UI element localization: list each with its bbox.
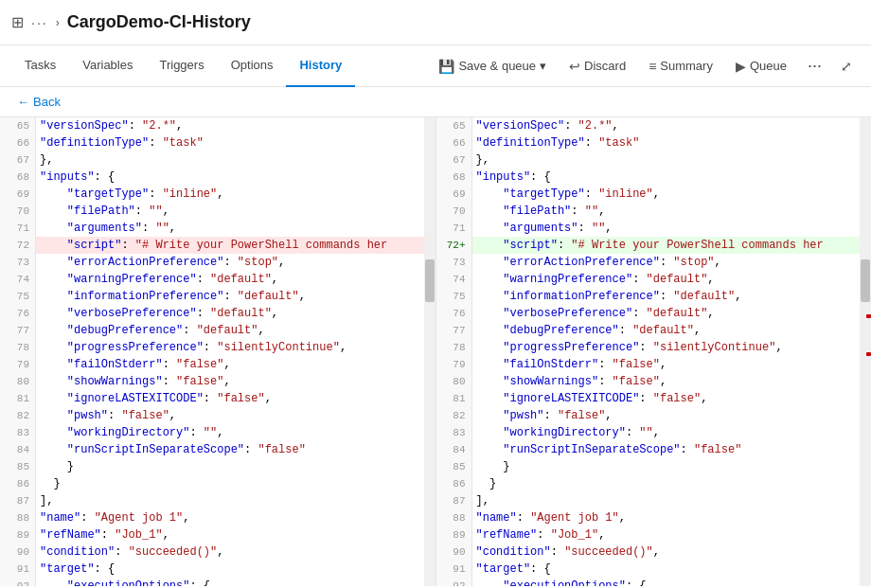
code-line: "failOnStderr": "false", — [36, 356, 424, 373]
code-line: } — [472, 458, 861, 475]
code-line: "verbosePreference": "default", — [472, 305, 861, 322]
code-line: "errorActionPreference": "stop", — [472, 254, 861, 271]
code-line: "refName": "Job_1", — [36, 526, 424, 543]
code-line: "failOnStderr": "false", — [472, 356, 861, 373]
code-line: "informationPreference": "default", — [36, 288, 424, 305]
page-title: CargoDemo-CI-History — [67, 12, 251, 32]
toolbar-actions: 💾 Save & queue ▾ ↩ Discard ≡ Summary ▶ Q… — [429, 52, 860, 80]
code-line: "warningPreference": "default", — [36, 271, 424, 288]
code-line: "versionSpec": "2.*", — [36, 117, 424, 134]
code-line: "condition": "succeeded()", — [36, 543, 424, 561]
code-line: "pwsh": "false", — [472, 407, 861, 424]
code-line: "showWarnings": "false", — [472, 373, 861, 390]
code-line: "debugPreference": "default", — [472, 322, 861, 339]
code-line: "informationPreference": "default", — [472, 288, 861, 305]
tab-options[interactable]: Options — [218, 45, 287, 87]
code-line: "definitionType": "task" — [36, 134, 424, 151]
summary-button[interactable]: ≡ Summary — [639, 55, 722, 78]
code-line-changed: "script": "# Write your PowerShell comma… — [472, 237, 861, 254]
code-line: "executionOptions": { — [472, 578, 861, 586]
undo-icon: ↩ — [569, 59, 580, 74]
queue-button[interactable]: ▶ Queue — [726, 55, 796, 78]
toolbar: Tasks Variables Triggers Options History… — [0, 45, 871, 87]
right-code-panel: 65 66 67 68 69 70 71 72+ 73 74 75 76 77 … — [436, 117, 872, 586]
expand-button[interactable]: ⤢ — [833, 55, 860, 78]
code-line: "runScriptInSeparateScope": "false" — [472, 441, 861, 458]
code-line: "filePath": "", — [472, 203, 861, 220]
code-line: ], — [472, 492, 861, 509]
code-line: "target": { — [36, 561, 424, 578]
right-code-lines: "versionSpec": "2.*", "definitionType": … — [472, 117, 861, 586]
save-icon: 💾 — [438, 59, 454, 74]
code-line: "inputs": { — [36, 169, 424, 186]
code-line: "target": { — [472, 561, 861, 578]
play-icon: ▶ — [736, 59, 746, 74]
breadcrumb-chevron: › — [56, 16, 60, 29]
code-line: "progressPreference": "silentlyContinue"… — [472, 339, 861, 356]
code-line: "ignoreLASTEXITCODE": "false", — [36, 390, 424, 407]
code-line: "arguments": "", — [36, 220, 424, 237]
breadcrumb-dots[interactable]: ··· — [31, 15, 48, 30]
right-scrollbar-thumb[interactable] — [861, 259, 870, 302]
diff-view: 65 66 67 68 69 70 71 72 73 74 75 76 77 7… — [0, 117, 871, 586]
back-arrow-icon: ← — [17, 95, 29, 109]
code-line: "refName": "Job_1", — [472, 526, 861, 543]
code-line: "targetType": "inline", — [472, 186, 861, 203]
code-line-changed: "script": "# Write your PowerShell comma… — [36, 237, 424, 254]
code-line: "inputs": { — [472, 169, 861, 186]
left-line-numbers: 65 66 67 68 69 70 71 72 73 74 75 76 77 7… — [0, 117, 36, 586]
back-button[interactable]: ← Back — [11, 93, 66, 111]
code-line: "progressPreference": "silentlyContinue"… — [36, 339, 424, 356]
diff-marker-red — [866, 314, 871, 318]
save-queue-button[interactable]: 💾 Save & queue ▾ — [429, 55, 556, 78]
code-line: "filePath": "", — [36, 203, 424, 220]
code-line: "name": "Agent job 1", — [36, 509, 424, 526]
code-line: "targetType": "inline", — [36, 186, 424, 203]
back-bar: ← Back — [0, 87, 871, 117]
left-scrollbar[interactable] — [424, 117, 436, 586]
code-line: "workingDirectory": "", — [36, 424, 424, 441]
code-line: "debugPreference": "default", — [36, 322, 424, 339]
code-line: "condition": "succeeded()", — [472, 543, 861, 561]
list-icon: ≡ — [649, 59, 656, 74]
tab-variables[interactable]: Variables — [69, 45, 146, 87]
left-code-panel: 65 66 67 68 69 70 71 72 73 74 75 76 77 7… — [0, 117, 436, 586]
code-line: }, — [472, 151, 861, 169]
code-line: "errorActionPreference": "stop", — [36, 254, 424, 271]
code-line: } — [472, 475, 861, 492]
tab-triggers[interactable]: Triggers — [146, 45, 217, 87]
more-actions-button[interactable]: ··· — [800, 52, 829, 80]
code-line: "ignoreLASTEXITCODE": "false", — [472, 390, 861, 407]
code-line: "executionOptions": { — [36, 578, 424, 586]
code-line: "arguments": "", — [472, 220, 861, 237]
code-line: "warningPreference": "default", — [472, 271, 861, 288]
discard-button[interactable]: ↩ Discard — [560, 55, 635, 78]
code-line: }, — [36, 151, 424, 169]
diff-marker-red2 — [866, 352, 871, 356]
code-line: } — [36, 475, 424, 492]
left-code-lines: "versionSpec": "2.*", "definitionType": … — [36, 117, 424, 586]
code-line: "versionSpec": "2.*", — [472, 117, 861, 134]
tab-tasks[interactable]: Tasks — [11, 45, 69, 87]
right-scrollbar[interactable] — [860, 117, 871, 586]
code-line: ], — [36, 492, 424, 509]
code-line: "showWarnings": "false", — [36, 373, 424, 390]
app-icon: ⊞ — [11, 13, 24, 31]
save-queue-chevron-icon: ▾ — [540, 59, 546, 73]
code-line: "verbosePreference": "default", — [36, 305, 424, 322]
code-line: } — [36, 458, 424, 475]
code-line: "definitionType": "task" — [472, 134, 861, 151]
tab-history[interactable]: History — [286, 45, 355, 87]
header: ⊞ ··· › CargoDemo-CI-History — [0, 0, 871, 45]
code-line: "pwsh": "false", — [36, 407, 424, 424]
code-line: "runScriptInSeparateScope": "false" — [36, 441, 424, 458]
code-line: "name": "Agent job 1", — [472, 509, 861, 526]
left-scrollbar-thumb[interactable] — [425, 259, 435, 302]
code-line: "workingDirectory": "", — [472, 424, 861, 441]
right-line-numbers: 65 66 67 68 69 70 71 72+ 73 74 75 76 77 … — [436, 117, 472, 586]
